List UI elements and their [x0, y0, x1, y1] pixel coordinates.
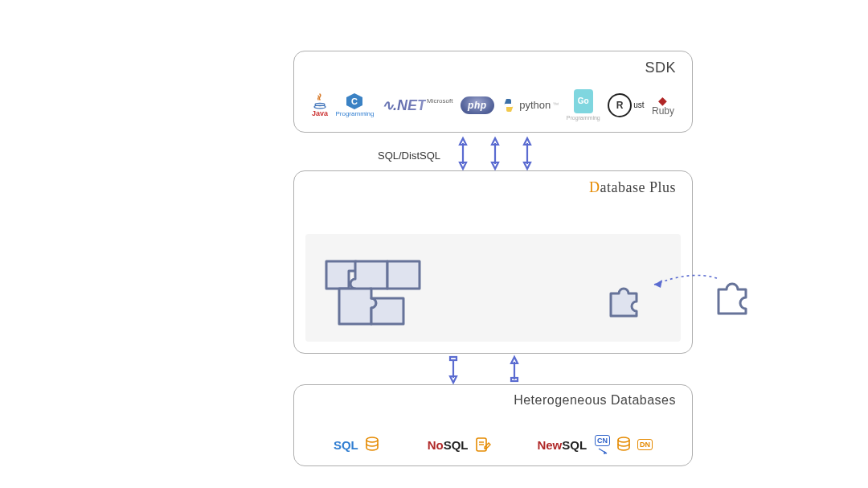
- ruby-logo: ◆ Ruby: [652, 95, 674, 116]
- dbplus-title-d: D: [589, 179, 600, 195]
- python-label: python: [519, 100, 551, 110]
- svg-point-20: [618, 437, 629, 442]
- rust-r: R: [616, 100, 624, 110]
- newsql-new: New: [537, 438, 562, 452]
- php-label: php: [461, 96, 494, 114]
- dotnet-logo: ∿ .NET Microsoft: [382, 98, 452, 113]
- newsql-sql: SQL: [562, 438, 587, 452]
- het-row: SQL NoSQL: [310, 435, 676, 454]
- java-label: Java: [312, 110, 328, 117]
- c-logo: C Programming: [335, 92, 374, 117]
- puzzle-incoming-icon: [606, 282, 643, 319]
- ruby-label: Ruby: [652, 106, 674, 116]
- dbplus-title-rest: atabase Plus: [600, 179, 676, 195]
- rust-icon: R: [608, 93, 632, 117]
- go-label: Go: [578, 97, 589, 105]
- diagram-stage: SDK Java C Programming: [0, 0, 868, 488]
- database-plus-title: Database Plus: [589, 179, 676, 196]
- plugin-arrow: [643, 269, 723, 301]
- rust-logo: R ust: [608, 93, 644, 117]
- sdk-title: SDK: [645, 59, 676, 76]
- dn-tag: DN: [637, 439, 653, 450]
- het-newsql: NewSQL CN DN: [537, 435, 653, 454]
- het-sql: SQL: [334, 436, 381, 453]
- nosql-sql: SQL: [444, 438, 469, 452]
- svg-text:C: C: [351, 96, 358, 106]
- sdk-logo-row: Java C Programming ∿ .NET Microsoft php: [312, 89, 674, 121]
- java-logo: Java: [312, 93, 328, 117]
- java-icon: [313, 93, 327, 109]
- c-label: Programming: [335, 111, 374, 117]
- python-logo: python ™: [502, 98, 559, 113]
- dotnet-vendor: Microsoft: [427, 98, 452, 105]
- database-stack-icon-2: [615, 436, 633, 453]
- python-icon: [502, 98, 519, 113]
- heterogeneous-db-box: Heterogeneous Databases SQL NoSQL: [293, 384, 693, 466]
- c-icon: C: [345, 92, 364, 110]
- dotnet-label: .NET: [393, 98, 426, 113]
- go-sublabel: Programming: [567, 115, 600, 121]
- cn-tag: CN: [595, 435, 610, 446]
- svg-point-1: [314, 105, 326, 109]
- nosql-no: No: [428, 438, 444, 452]
- go-logo: Go Programming: [567, 89, 600, 121]
- svg-rect-12: [450, 357, 457, 360]
- puzzle-cluster-icon: [323, 258, 428, 335]
- document-edit-icon: [473, 436, 491, 453]
- arrows-top: [450, 135, 555, 172]
- php-logo: php: [461, 96, 494, 114]
- het-title: Heterogeneous Databases: [514, 393, 676, 408]
- connector-label: SQL/DistSQL: [378, 150, 440, 162]
- ruby-icon: ◆: [658, 95, 667, 106]
- go-icon: Go: [574, 89, 593, 113]
- arrows-bottom: [440, 354, 537, 386]
- het-nosql: NoSQL: [428, 436, 491, 453]
- database-stack-icon: [363, 436, 381, 453]
- cn-dn-icon: CN: [595, 435, 610, 454]
- sql-label: SQL: [334, 438, 358, 452]
- svg-point-15: [366, 437, 378, 442]
- rust-rest: ust: [633, 101, 644, 109]
- database-plus-box: Database Plus: [293, 170, 693, 354]
- sdk-box: SDK Java C Programming: [293, 51, 693, 133]
